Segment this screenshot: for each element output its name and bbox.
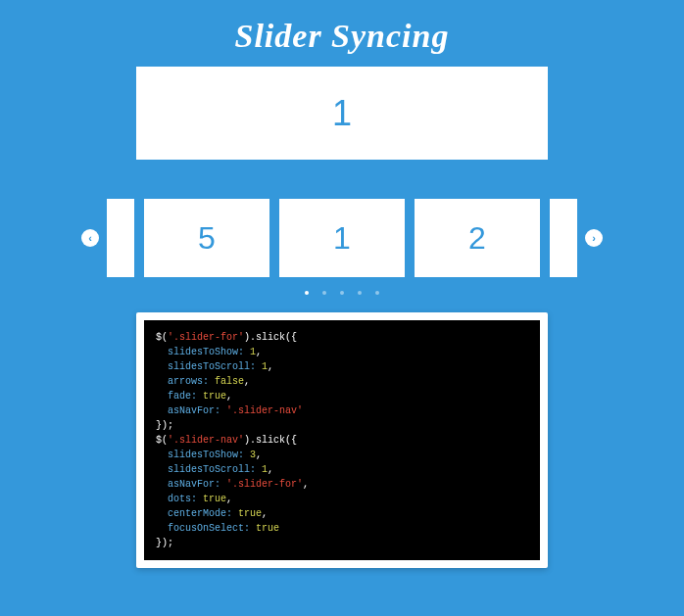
code-token: $( [156,435,168,446]
code-token: true [238,508,262,519]
code-token: slidesToScroll: [156,361,262,372]
main-slider-slide[interactable]: 1 [136,67,548,160]
code-token: true [256,523,279,534]
code-token: , [303,479,309,490]
code-token: , [226,494,232,504]
code-block: $('.slider-for').slick({ slidesToShow: 1… [144,320,540,560]
code-token: , [268,361,273,372]
code-token: true [203,391,226,402]
code-token: '.slider-nav' [226,405,303,416]
code-token: dots: [156,494,203,504]
code-token: focusOnSelect: [156,523,256,534]
dot[interactable] [322,291,326,295]
code-example: $('.slider-for').slick({ slidesToShow: 1… [136,312,548,568]
code-token: slidesToScroll: [156,464,262,475]
code-token: arrows: [156,376,215,387]
code-token: ).slick({ [244,435,297,446]
code-token: ).slick({ [244,332,297,343]
dot[interactable] [358,291,362,295]
code-token: '.slider-nav' [168,435,244,446]
code-token: , [256,347,262,357]
dot[interactable] [340,291,344,295]
code-token: asNavFor: [156,405,226,416]
nav-slide[interactable]: 5 [144,199,269,277]
code-token: }); [156,538,173,548]
code-token: fade: [156,391,203,402]
nav-slide-peek-right[interactable] [550,199,577,277]
code-token: , [256,450,262,460]
code-token: , [244,376,250,387]
code-token: }); [156,420,173,431]
nav-slide[interactable]: 2 [415,199,540,277]
code-token: false [215,376,244,387]
code-token: '.slider-for' [226,479,303,490]
code-token: '.slider-for' [168,332,244,343]
nav-track: 5 1 2 [107,199,577,277]
code-token: , [268,464,273,475]
dots-container [0,291,684,295]
code-token: slidesToShow: [156,450,250,460]
code-token: , [226,391,232,402]
code-token: centerMode: [156,508,238,519]
dot[interactable] [305,291,309,295]
code-token: $( [156,332,168,343]
code-token: asNavFor: [156,479,226,490]
page-title: Slider Syncing [0,0,684,67]
next-arrow-icon[interactable]: › [585,229,603,247]
code-token: , [262,508,268,519]
nav-slide[interactable]: 1 [279,199,405,277]
dot[interactable] [375,291,379,295]
code-token: slidesToShow: [156,347,250,357]
nav-slider: ‹ 5 1 2 › [68,199,616,277]
prev-arrow-icon[interactable]: ‹ [81,229,99,247]
code-token: true [203,494,226,504]
nav-slide-peek-left[interactable] [107,199,134,277]
